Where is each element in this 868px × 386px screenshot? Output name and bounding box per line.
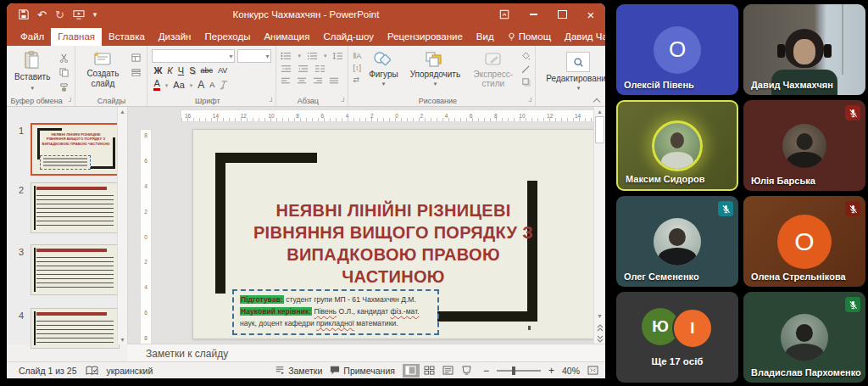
ribbon-display-options-icon[interactable] — [490, 3, 519, 25]
participant-tile[interactable]: Олег Семененко — [616, 196, 738, 287]
shape-outline-icon[interactable] — [521, 64, 531, 74]
reading-view-button[interactable] — [440, 364, 457, 378]
font-size-combo[interactable]: ▾ — [237, 49, 271, 63]
redo-icon[interactable]: ↻ — [55, 8, 64, 21]
clear-format-icon[interactable] — [220, 81, 229, 90]
vertical-ruler[interactable]: 864202468 — [140, 129, 152, 344]
fit-to-window-icon[interactable] — [587, 366, 598, 375]
scrollbar-thumb[interactable] — [595, 116, 604, 143]
tab-home[interactable]: Главная — [51, 28, 102, 46]
increase-indent-icon[interactable] — [298, 64, 309, 73]
notes-pane[interactable]: Заметки к слайду — [127, 344, 605, 362]
language-indicator[interactable]: украинский — [107, 366, 153, 376]
copy-icon[interactable] — [57, 67, 70, 78]
undo-icon[interactable]: ↶ — [37, 8, 47, 21]
participant-tile[interactable]: О Олена Стрельнікова — [743, 196, 865, 287]
minimize-button[interactable] — [519, 3, 548, 25]
credits-textbox[interactable]: Підготував: студент групи МП - 61 Чахмах… — [232, 289, 439, 335]
shape-effects-icon[interactable] — [521, 77, 531, 87]
scroll-down-icon[interactable]: ▼ — [597, 313, 603, 319]
scroll-up-icon[interactable]: ▲ — [120, 109, 125, 115]
close-button[interactable]: × — [576, 3, 605, 25]
underline-button[interactable]: Ч — [178, 66, 184, 76]
tab-animations[interactable]: Анимация — [257, 28, 316, 46]
tab-insert[interactable]: Вставка — [102, 28, 152, 46]
editing-button[interactable]: Редактирование ▾ — [539, 49, 605, 94]
slide-title[interactable]: НЕЯВНІ ЛІНІЙНІ РІЗНИЦЕВІ РІВНЯННЯ ВИЩОГО… — [244, 199, 542, 288]
zoom-in-button[interactable]: + — [548, 365, 554, 377]
slide-thumbnail-1[interactable]: НЕЯВНІ ЛІНІЙНІ РІЗНИЦЕВІ РІВНЯННЯ ВИЩОГО… — [31, 123, 121, 176]
slide-thumbnail-4[interactable] — [31, 308, 120, 349]
dialog-launcher-icon[interactable]: ┘ — [270, 98, 275, 105]
customize-qat-icon[interactable]: ▾ — [93, 10, 97, 19]
next-slide-icon[interactable] — [597, 335, 604, 343]
paste-button[interactable]: Вставить ▾ — [11, 49, 53, 93]
spellcheck-icon[interactable] — [86, 366, 98, 376]
slide-thumbnail-3[interactable] — [31, 244, 120, 295]
decrease-indent-icon[interactable] — [281, 64, 292, 73]
align-left-icon[interactable] — [281, 77, 291, 85]
slide-canvas[interactable]: НЕЯВНІ ЛІНІЙНІ РІЗНИЦЕВІ РІВНЯННЯ ВИЩОГО… — [192, 129, 594, 339]
quick-styles-button[interactable]: Экспресс-стили — [468, 49, 518, 90]
shape-fill-icon[interactable] — [521, 52, 531, 61]
section-icon[interactable] — [129, 67, 142, 78]
bullets-icon[interactable] — [281, 52, 292, 60]
tab-help[interactable]: Помощ — [501, 28, 558, 46]
justify-icon[interactable] — [329, 77, 339, 85]
collapse-ribbon-icon[interactable] — [593, 97, 600, 103]
tab-review[interactable]: Рецензирование — [381, 28, 470, 46]
slide-sorter-view-button[interactable] — [421, 364, 438, 378]
scroll-down-icon[interactable]: ▼ — [120, 337, 125, 343]
save-icon[interactable] — [19, 9, 29, 20]
new-slide-button[interactable]: Создать слайд — [80, 49, 125, 90]
text-shadow-button[interactable]: S — [189, 66, 195, 76]
overflow-participants-tile[interactable]: Ю І Ще 17 осіб — [616, 292, 738, 383]
align-right-icon[interactable] — [313, 77, 323, 85]
text-direction-icon[interactable]: ‖A — [353, 52, 361, 60]
numbering-icon[interactable] — [307, 52, 318, 60]
participant-tile[interactable]: Юлія Барська — [743, 100, 865, 191]
font-name-combo[interactable]: ▾ — [152, 49, 235, 63]
slideshow-view-button[interactable] — [459, 364, 476, 378]
zoom-slider[interactable] — [497, 370, 541, 372]
account-name[interactable]: Давид Ча... — [558, 28, 605, 46]
format-painter-icon[interactable] — [57, 81, 70, 92]
maximize-button[interactable] — [548, 3, 576, 25]
layout-icon[interactable] — [129, 53, 142, 64]
shrink-font-button[interactable]: А — [209, 81, 214, 89]
tab-view[interactable]: Вид — [470, 28, 501, 46]
tab-slideshow[interactable]: Слайд-шоу — [316, 28, 381, 46]
align-text-icon[interactable]: [↕] — [353, 64, 361, 72]
arrange-button[interactable]: Упорядочить ▾ — [406, 49, 465, 89]
slide-counter[interactable]: Слайд 1 из 25 — [19, 366, 77, 376]
previous-slide-icon[interactable] — [597, 324, 604, 332]
dialog-launcher-icon[interactable]: ┘ — [342, 98, 347, 105]
participant-tile[interactable]: Давид Чахмахчян — [743, 4, 865, 95]
dialog-launcher-icon[interactable]: ┘ — [529, 98, 534, 105]
start-slideshow-icon[interactable] — [73, 9, 85, 20]
grow-font-button[interactable]: А — [198, 80, 204, 90]
tab-design[interactable]: Дизайн — [152, 28, 198, 46]
shapes-button[interactable]: Фигуры ▾ — [364, 49, 402, 89]
scroll-up-icon[interactable]: ▲ — [597, 109, 603, 115]
horizontal-ruler[interactable]: 1614121086420246810121416 — [181, 109, 605, 122]
zoom-slider-thumb[interactable] — [512, 366, 515, 375]
line-spacing-icon[interactable] — [332, 52, 343, 60]
cut-icon[interactable] — [57, 53, 70, 64]
tab-transitions[interactable]: Переходы — [198, 28, 257, 46]
thumbnail-scrollbar[interactable]: ▲ ▼ — [117, 107, 127, 344]
notes-toggle[interactable]: Заметки — [275, 366, 322, 376]
participant-tile-speaking[interactable]: Максим Сидоров — [616, 100, 738, 191]
dialog-launcher-icon[interactable]: ┘ — [69, 98, 74, 105]
bold-button[interactable]: Ж — [153, 66, 162, 76]
strikethrough-button[interactable]: abc — [201, 67, 214, 75]
participant-tile[interactable]: Владислав Пархоменко — [743, 292, 865, 383]
comments-toggle[interactable]: Примечания — [330, 366, 395, 376]
italic-button[interactable]: К — [167, 66, 172, 76]
align-center-icon[interactable] — [297, 77, 307, 85]
columns-icon[interactable] — [314, 64, 326, 73]
smartart-icon[interactable]: ⇄ — [353, 76, 361, 84]
zoom-level[interactable]: 40% — [562, 366, 580, 376]
zoom-out-button[interactable]: − — [483, 365, 489, 377]
editor-scrollbar[interactable]: ▲ ▼ — [593, 107, 605, 344]
